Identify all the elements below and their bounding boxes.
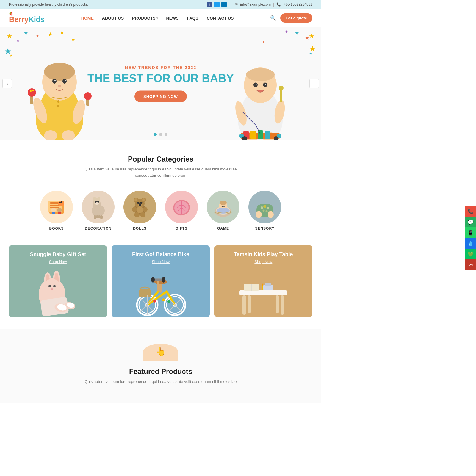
slider-dot-2[interactable] [159,133,162,136]
social-icons: f t in [207,2,227,7]
slider-prev-button[interactable]: ‹ [2,79,12,88]
category-sensory[interactable]: SENSORY [248,191,281,231]
svg-rect-132 [139,289,151,298]
decoration-icon [86,195,110,219]
svg-point-24 [246,68,275,81]
get-quote-button[interactable]: Get a quote [280,13,312,23]
featured-subtitle: Quis autem vel eum iure reprehenderit qu… [9,379,312,385]
logo[interactable]: 🍓 BerryKids [9,12,45,24]
product-banner-1-content: Snuggle Baby Gift Set Shop Now [9,251,107,264]
svg-point-101 [268,211,274,218]
category-decoration[interactable]: DECORATION [82,191,115,231]
svg-point-76 [137,202,140,204]
svg-point-110 [49,285,50,286]
play-table-image [234,262,293,317]
email-address: info@example.com [240,2,271,7]
nav-products[interactable]: PRODUCTS ▾ [132,16,158,21]
slider-dot-1[interactable] [154,133,157,136]
category-dolls-label: DOLLS [133,226,147,231]
svg-point-111 [51,288,53,290]
svg-point-98 [263,209,265,212]
nav-contact[interactable]: CONTACT US [207,16,234,21]
nav-home[interactable]: HOME [81,16,94,21]
svg-rect-146 [281,295,284,315]
svg-point-8 [58,85,61,87]
slider-dot-3[interactable] [165,133,167,136]
separator: | [230,2,231,7]
category-dolls[interactable]: DOLLS [123,191,156,231]
svg-point-81 [132,207,137,212]
categories-grid: BOOKS [9,191,312,231]
svg-point-77 [140,202,143,204]
svg-point-99 [266,210,268,212]
category-dolls-image [123,191,156,223]
svg-point-28 [265,84,266,85]
nav-products-label: PRODUCTS [132,16,156,21]
top-bar: Professionally provide healthy children'… [0,0,321,9]
slider-dots [154,133,167,136]
product-banner-1-link[interactable]: Shop Now [9,259,107,264]
category-gifts-image [165,191,198,223]
svg-point-52 [59,202,61,203]
balance-bike-image [131,262,190,317]
svg-point-141 [153,300,156,303]
svg-rect-151 [263,285,273,290]
search-button[interactable]: 🔍 [270,15,276,21]
svg-rect-152 [265,283,271,286]
svg-point-4 [52,79,57,84]
slider-next-button[interactable]: › [309,79,319,88]
svg-point-53 [61,201,62,203]
category-game[interactable]: GAME [207,191,239,231]
nav-about[interactable]: ABOUT US [102,16,124,21]
svg-point-142 [162,298,165,301]
svg-rect-148 [276,295,279,313]
product-banner-1[interactable]: Snuggle Baby Gift Set Shop Now [9,245,107,317]
product-banners: Snuggle Baby Gift Set Shop Now [0,245,321,329]
linkedin-icon[interactable]: in [221,2,227,7]
svg-rect-49 [50,205,59,206]
books-icon [45,195,68,219]
product-banner-3[interactable]: Tamsin Kids Play Table Shop Now [214,245,312,317]
product-banner-3-link[interactable]: Shop Now [214,259,312,264]
category-books[interactable]: BOOKS [40,191,73,231]
twitter-icon[interactable]: t [214,2,220,7]
svg-rect-37 [250,131,256,139]
svg-rect-38 [258,130,263,139]
svg-point-65 [95,202,99,205]
svg-point-83 [134,212,140,217]
featured-circle: 👆 [143,344,178,361]
svg-rect-153 [262,286,263,290]
nav-news[interactable]: NEWS [166,16,179,21]
hero-content: NEW TRENDS FOR THE 2022 THE BEST FOR OUR… [87,65,234,102]
svg-rect-68 [96,215,98,218]
gifts-icon [170,195,193,219]
hero-title: THE BEST FOR OUR BABY [87,72,234,85]
baby-right-illustration [226,54,298,140]
facebook-icon[interactable]: f [207,2,212,7]
svg-point-84 [140,212,145,217]
category-gifts[interactable]: GIFTS [165,191,198,231]
categories-section: Popular Categories Quis autem vel eum iu… [0,140,321,245]
product-banner-2[interactable]: First Go! Balance Bike Shop Now [112,245,209,317]
hero-slider: ★ ★ ★ ★ ★ ★ ★ ★ ★ ★ ★ ★ ★ ★ ★ ★ [0,27,321,140]
svg-point-100 [256,211,262,218]
svg-point-26 [263,83,267,87]
dolls-icon [128,195,152,219]
svg-point-25 [253,83,258,87]
product-banner-2-link[interactable]: Shop Now [112,259,209,264]
categories-subtitle: Quis autem vel eum iure reprehenderit qu… [9,166,312,179]
category-sensory-label: SENSORY [255,226,274,231]
contact-info: ✉ info@example.com | 📞 +86-15529234832 [235,2,312,7]
svg-point-131 [162,277,165,283]
category-game-image [207,191,239,223]
svg-point-79 [139,203,141,206]
category-decoration-image [82,191,115,223]
product-banner-3-title: Tamsin Kids Play Table [214,251,312,258]
hero-subtitle: NEW TRENDS FOR THE 2022 [87,65,234,70]
svg-point-15 [30,90,32,92]
featured-title: Featured Products [9,367,312,376]
product-banner-3-content: Tamsin Kids Play Table Shop Now [214,251,312,264]
svg-point-75 [142,198,145,201]
nav-faqs[interactable]: FAQS [187,16,198,21]
shopping-now-button[interactable]: SHOPPING NOW [134,90,187,102]
